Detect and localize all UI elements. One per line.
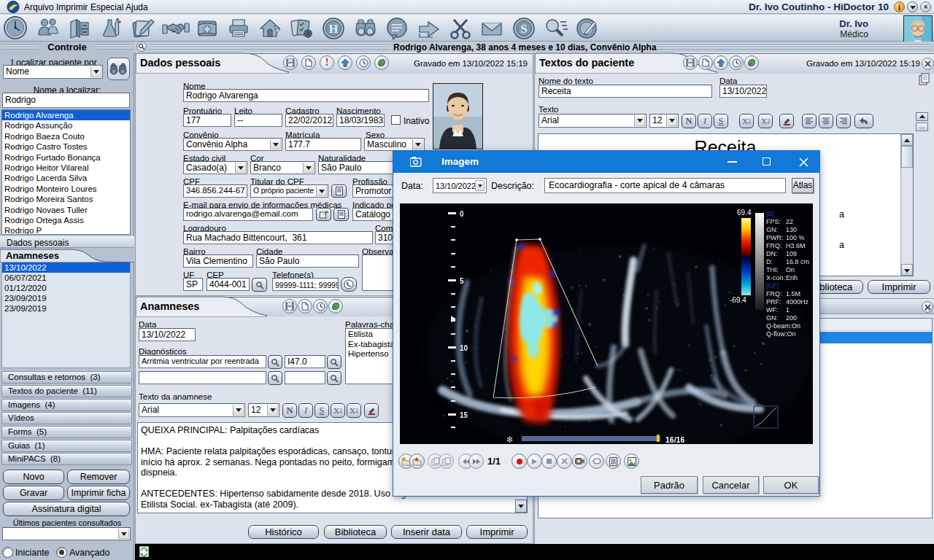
svg-text:GN:: GN: <box>766 314 778 322</box>
svg-text:4000Hz: 4000Hz <box>786 298 809 306</box>
svg-text:PRF:: PRF: <box>766 298 781 306</box>
svg-text:Q-flow:On: Q-flow:On <box>766 330 796 338</box>
svg-text:H: H <box>329 23 339 35</box>
svg-text:130: 130 <box>786 226 797 233</box>
svg-text:200: 200 <box>786 314 797 322</box>
svg-text:D:: D: <box>766 258 773 265</box>
svg-text:[B]: [B] <box>766 210 774 217</box>
svg-text:S: S <box>520 22 527 36</box>
svg-text:109: 109 <box>786 250 797 257</box>
svg-text:5: 5 <box>460 277 464 285</box>
svg-text:X-con:: X-con: <box>766 274 785 281</box>
svg-text:WF:: WF: <box>766 306 779 314</box>
svg-text:Enh: Enh <box>786 274 798 281</box>
svg-text:FRQ:: FRQ: <box>766 242 782 249</box>
svg-text:H3.6M: H3.6M <box>786 242 806 249</box>
svg-text:16.8 cm: 16.8 cm <box>786 258 809 265</box>
svg-text:[CF]: [CF] <box>766 282 779 289</box>
svg-text:PWR:: PWR: <box>766 234 784 241</box>
svg-text:69.4: 69.4 <box>737 209 752 217</box>
svg-text:Q-beam:On: Q-beam:On <box>766 322 800 330</box>
svg-text:1: 1 <box>786 306 790 314</box>
svg-text:THI:: THI: <box>766 266 779 273</box>
svg-text:FPS:: FPS: <box>766 218 781 225</box>
svg-text:100 %: 100 % <box>786 234 805 241</box>
svg-text:16/16: 16/16 <box>665 435 684 444</box>
svg-text:On: On <box>786 266 795 273</box>
svg-text:15: 15 <box>460 411 468 419</box>
svg-text:1.5M: 1.5M <box>786 290 800 298</box>
svg-text:FRQ:: FRQ: <box>766 290 782 298</box>
svg-text:❄: ❄ <box>506 435 514 444</box>
svg-text:0: 0 <box>460 210 464 218</box>
svg-text:GN:: GN: <box>766 226 778 233</box>
svg-text:-69.4: -69.4 <box>730 296 746 304</box>
svg-text:DN:: DN: <box>766 250 778 257</box>
svg-text:22: 22 <box>786 218 793 225</box>
svg-text:10: 10 <box>460 344 468 352</box>
